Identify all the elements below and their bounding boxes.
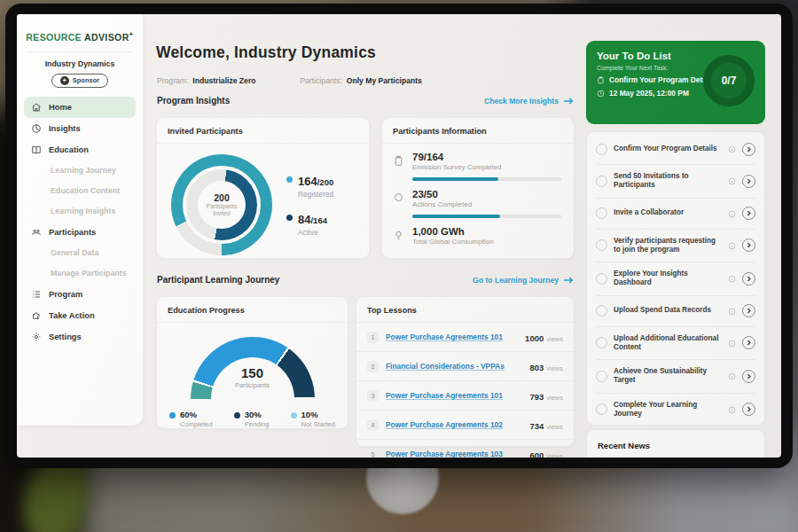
lesson-link[interactable]: Financial Considerations - VPPAs xyxy=(386,362,522,371)
app-logo: RESOURCE ADVISOR+ xyxy=(17,30,143,43)
registered-dot xyxy=(286,176,293,183)
task-row[interactable]: Upload Spend Data Records xyxy=(596,295,755,326)
sidebar-item-program[interactable]: Program xyxy=(24,284,136,305)
task-checkbox[interactable] xyxy=(596,403,607,415)
legend-pct: 10% xyxy=(301,410,335,419)
lesson-views: 600 xyxy=(529,450,544,458)
logo-resource: RESOURCE xyxy=(26,32,82,43)
gauge-value: 150 xyxy=(191,365,315,380)
list-icon xyxy=(31,289,42,300)
task-row[interactable]: Send 50 Invitations to Participants xyxy=(596,164,755,198)
sidebar-item-insights[interactable]: Insights xyxy=(24,118,136,139)
sidebar-item-label: Learning Journey xyxy=(51,166,116,175)
task-go-button[interactable] xyxy=(742,143,755,156)
sidebar-item-label: Program xyxy=(49,290,82,299)
program-dropdown[interactable]: Program: Industrialize Zero xyxy=(157,73,269,89)
task-checkbox[interactable] xyxy=(596,176,607,187)
task-row[interactable]: Upload Additional Educational Content xyxy=(596,326,755,360)
clipboard-icon xyxy=(393,155,404,167)
stat-value: 1,000 GWh xyxy=(412,226,494,237)
task-checkbox[interactable] xyxy=(596,144,607,155)
task-go-button[interactable] xyxy=(742,175,755,188)
logo-plus: + xyxy=(129,30,134,38)
stat-emission-survey: 79/164 Emission Survey Completed xyxy=(382,144,574,171)
legend-pct: 60% xyxy=(180,410,213,419)
task-checkbox[interactable] xyxy=(596,239,607,251)
sidebar-item-take-action[interactable]: Take Action xyxy=(24,305,136,326)
sidebar-item-learning-journey[interactable]: Learning Journey xyxy=(24,160,136,181)
pie-chart-icon xyxy=(31,123,42,134)
invited-participants-card: Invited Participants 200 Participants In… xyxy=(156,117,370,259)
sidebar-item-education[interactable]: Education xyxy=(24,139,136,160)
sidebar-item-general-data[interactable]: General Data xyxy=(24,243,136,263)
due-label: 12 May 2025, 12:00 PM xyxy=(609,89,689,98)
task-go-button[interactable] xyxy=(742,272,755,286)
task-go-button[interactable] xyxy=(742,336,755,349)
task-row[interactable]: Explore Your Insights Dashboard xyxy=(596,262,755,295)
lesson-link[interactable]: Power Purchase Agreements 101 xyxy=(386,391,522,400)
dashboard-screen: RESOURCE ADVISOR+ Industry Dynamics ✦ Sp… xyxy=(17,14,781,458)
sponsor-icon: ✦ xyxy=(60,76,69,85)
info-icon[interactable] xyxy=(728,270,736,286)
task-checkbox[interactable] xyxy=(596,305,607,317)
info-icon[interactable] xyxy=(728,173,736,189)
legend-registered: 164/200 Registered xyxy=(286,173,333,199)
active-total: /164 xyxy=(310,215,327,225)
arrow-right-icon xyxy=(563,276,574,285)
task-go-button[interactable] xyxy=(742,207,755,220)
task-row[interactable]: Complete Your Learning Journey xyxy=(596,393,755,426)
participants-dropdown[interactable]: Participants: Only My Participants xyxy=(301,73,434,89)
lesson-row: 1 Power Purchase Agreements 101 1000view… xyxy=(356,323,574,351)
task-go-button[interactable] xyxy=(742,370,755,383)
sidebar-item-home[interactable]: Home xyxy=(24,97,136,118)
recent-news-card: Recent News xyxy=(586,429,765,458)
donut-legend: 164/200 Registered 84/164 Active xyxy=(286,173,333,237)
task-checkbox[interactable] xyxy=(596,337,607,348)
info-icon[interactable] xyxy=(728,335,736,351)
lesson-row: 5 Power Purchase Agreements 103 600views xyxy=(356,439,574,458)
gear-icon xyxy=(31,332,42,342)
task-checkbox[interactable] xyxy=(596,207,607,219)
task-go-button[interactable] xyxy=(742,239,755,252)
task-label: Upload Spend Data Records xyxy=(614,306,722,315)
chevron-right-icon xyxy=(746,242,752,248)
lesson-link[interactable]: Power Purchase Agreements 102 xyxy=(386,420,522,429)
task-checkbox[interactable] xyxy=(596,273,607,285)
sidebar-item-label: Learning Insights xyxy=(51,207,115,215)
task-row[interactable]: Confirm Your Program Details xyxy=(596,134,755,164)
sidebar-item-education-content[interactable]: Education Content xyxy=(24,181,136,201)
go-to-learning-journey-link[interactable]: Go to Learning Journey xyxy=(473,276,574,285)
education-progress-card: Education Progress 150 Participants 60% … xyxy=(156,296,348,429)
task-row[interactable]: Achieve One Sustainability Target xyxy=(596,359,755,393)
legend-active: 84/164 Active xyxy=(286,211,333,237)
legend-not-started: 10% Not Started xyxy=(291,410,335,428)
sidebar-item-learning-insights[interactable]: Learning Insights xyxy=(24,201,136,222)
task-row[interactable]: Verify participants requesting to join t… xyxy=(596,229,755,262)
sponsor-badge: ✦ Sponsor xyxy=(51,74,108,88)
logo-advisor: ADVISOR xyxy=(84,32,129,43)
sidebar-item-manage-participants[interactable]: Manage Participants xyxy=(24,263,136,284)
legend-label: Not Started xyxy=(301,420,335,428)
sidebar-item-label: Manage Participants xyxy=(51,269,127,278)
info-icon[interactable] xyxy=(728,303,736,319)
task-checkbox[interactable] xyxy=(596,371,607,382)
chevron-right-icon xyxy=(746,178,752,184)
sidebar-item-participants[interactable]: Participants xyxy=(24,222,136,243)
info-icon[interactable] xyxy=(728,368,736,384)
chevron-right-icon xyxy=(746,146,752,153)
learning-journey-header: Participant Learning Journey Go to Learn… xyxy=(157,275,574,285)
info-icon[interactable] xyxy=(728,402,736,418)
task-go-button[interactable] xyxy=(742,403,755,416)
lesson-link[interactable]: Power Purchase Agreements 101 xyxy=(386,332,518,341)
info-icon[interactable] xyxy=(728,238,736,254)
task-go-button[interactable] xyxy=(742,304,755,317)
check-more-insights-link[interactable]: Check More Insights xyxy=(484,97,574,106)
task-row[interactable]: Invite a Collaborator xyxy=(596,198,755,229)
info-icon[interactable] xyxy=(728,141,736,157)
clipboard-icon xyxy=(597,76,605,84)
donut-center: 200 Participants Invited xyxy=(198,181,246,229)
todo-task-list: Confirm Your Program Details Send 50 Inv… xyxy=(586,131,765,426)
info-icon[interactable] xyxy=(728,206,736,222)
sidebar-item-settings[interactable]: Settings xyxy=(24,326,136,348)
lesson-link[interactable]: Power Purchase Agreements 103 xyxy=(386,450,522,458)
